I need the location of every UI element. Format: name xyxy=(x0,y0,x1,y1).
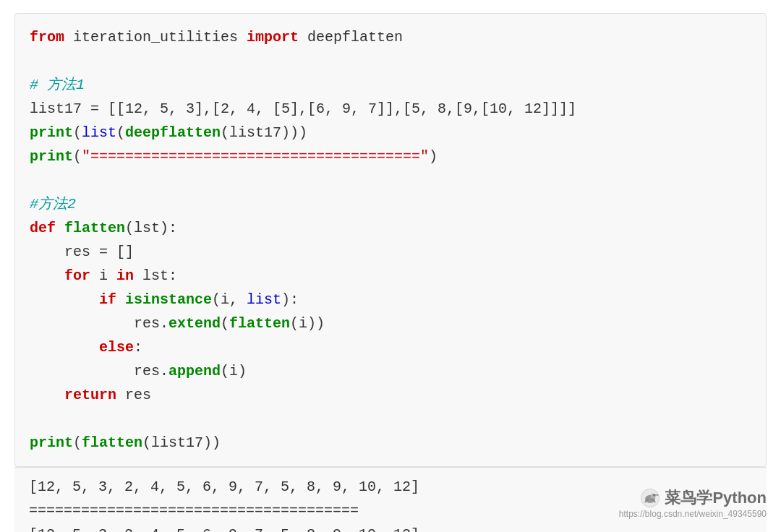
code-line: #方法2 xyxy=(30,192,751,216)
watermark-url: https://blog.csdn.net/weixin_49345590 xyxy=(619,509,767,519)
code-line: else: xyxy=(30,335,751,359)
code-line: return res xyxy=(30,383,751,407)
output-line: [12, 5, 3, 2, 4, 5, 6, 9, 7, 5, 8, 9, 10… xyxy=(29,523,752,532)
code-line: print(flatten(list17)) xyxy=(30,431,751,455)
code-line: res = [] xyxy=(30,240,751,264)
code-line: def flatten(lst): xyxy=(30,216,751,240)
watermark-title: 菜鸟学Python xyxy=(640,487,767,509)
code-line: from iteration_utilities import deepflat… xyxy=(30,25,751,49)
code-line xyxy=(30,49,751,73)
code-block: from iteration_utilities import deepflat… xyxy=(14,13,767,467)
code-line: res.extend(flatten(i)) xyxy=(30,312,751,335)
code-line xyxy=(30,407,751,431)
code-line: if isinstance(i, list): xyxy=(30,288,751,312)
code-line: print(list(deepflatten(list17))) xyxy=(30,121,751,145)
code-line: list17 = [[12, 5, 3],[2, 4, [5],[6, 9, 7… xyxy=(30,97,751,121)
bird-icon xyxy=(640,488,660,508)
watermark: 菜鸟学Python https://blog.csdn.net/weixin_4… xyxy=(619,487,767,519)
main-container: from iteration_utilities import deepflat… xyxy=(0,0,781,532)
code-line: res.append(i) xyxy=(30,359,751,383)
code-line: # 方法1 xyxy=(30,73,751,97)
code-line: print("=================================… xyxy=(30,145,751,168)
code-line xyxy=(30,168,751,192)
code-line: for i in lst: xyxy=(30,264,751,288)
watermark-text: 菜鸟学Python xyxy=(665,487,767,509)
